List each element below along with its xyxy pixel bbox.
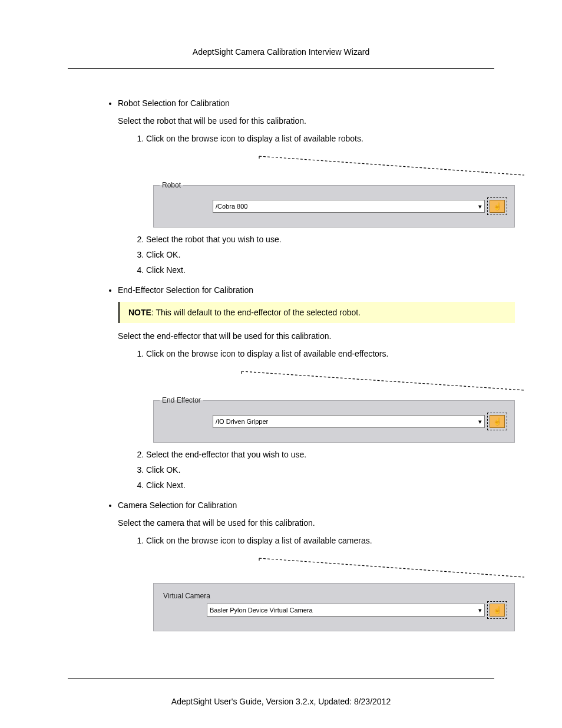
step-item: Click OK.: [146, 250, 515, 259]
note-prefix: NOTE: [128, 308, 151, 317]
camera-select[interactable]: Basler Pylon Device Virtual Camera ▾: [207, 604, 485, 617]
page-header-title: AdeptSight Camera Calibration Interview …: [24, 47, 538, 57]
robot-select[interactable]: /Cobra 800 ▾: [213, 200, 485, 213]
note-box: NOTE: This will default to the end-effec…: [118, 302, 515, 323]
section-intro-endeffector: Select the end-effector that will be use…: [118, 331, 515, 341]
step-item: Click Next.: [146, 480, 515, 490]
content-area: Robot Selection for Calibration Select t…: [106, 98, 515, 631]
pointer-icon: ☝: [493, 202, 502, 210]
section-intro-robot: Select the robot that will be used for t…: [118, 116, 515, 126]
chevron-down-icon: ▾: [478, 203, 482, 210]
step-item: Click on the browse icon to display a li…: [146, 134, 515, 143]
robot-browse-button[interactable]: ☝: [490, 200, 505, 213]
section-heading-endeffector: End-Effector Selection for Calibration: [118, 285, 515, 295]
camera-fieldset: Virtual Camera Basler Pylon Device Virtu…: [153, 583, 515, 631]
callout-arrow-endeffector: [118, 369, 515, 393]
section-heading-robot: Robot Selection for Calibration: [118, 98, 515, 108]
svg-line-4: [259, 558, 524, 577]
robot-fieldset: Robot /Cobra 800 ▾ ☝: [153, 181, 515, 228]
robot-legend: Robot: [160, 181, 183, 189]
pointer-icon: ☝: [493, 417, 502, 426]
robot-select-value: /Cobra 800: [216, 203, 247, 210]
endeffector-select-value: /IO Driven Gripper: [216, 418, 268, 425]
svg-line-0: [259, 156, 524, 175]
endeffector-fieldset: End Effector /IO Driven Gripper ▾ ☝: [153, 396, 515, 443]
camera-select-value: Basler Pylon Device Virtual Camera: [210, 607, 313, 614]
step-item: Select the robot that you wish to use.: [146, 235, 515, 244]
endeffector-select[interactable]: /IO Driven Gripper ▾: [213, 415, 485, 428]
step-item: Click Next.: [146, 265, 515, 275]
svg-line-2: [242, 371, 524, 390]
endeffector-legend: End Effector: [160, 396, 203, 404]
section-heading-camera: Camera Selection for Calibration: [118, 500, 515, 510]
step-item: Click on the browse icon to display a li…: [146, 536, 515, 545]
step-item: Click on the browse icon to display a li…: [146, 349, 515, 358]
callout-arrow-robot: [118, 154, 515, 177]
chevron-down-icon: ▾: [478, 418, 482, 426]
section-intro-camera: Select the camera that will be used for …: [118, 518, 515, 528]
step-item: Select the end-effector that you wish to…: [146, 450, 515, 459]
header-divider: [68, 68, 494, 69]
step-item: Click OK.: [146, 465, 515, 475]
note-text: : This will default to the end-effector …: [151, 308, 361, 317]
pointer-icon: ☝: [493, 606, 502, 614]
footer-divider: [68, 678, 494, 679]
camera-browse-button[interactable]: ☝: [490, 604, 505, 617]
camera-legend: Virtual Camera: [163, 592, 505, 600]
chevron-down-icon: ▾: [478, 607, 482, 614]
endeffector-browse-button[interactable]: ☝: [490, 415, 505, 428]
footer-text: AdeptSight User's Guide, Version 3.2.x, …: [24, 697, 538, 706]
callout-arrow-camera: [118, 556, 515, 579]
